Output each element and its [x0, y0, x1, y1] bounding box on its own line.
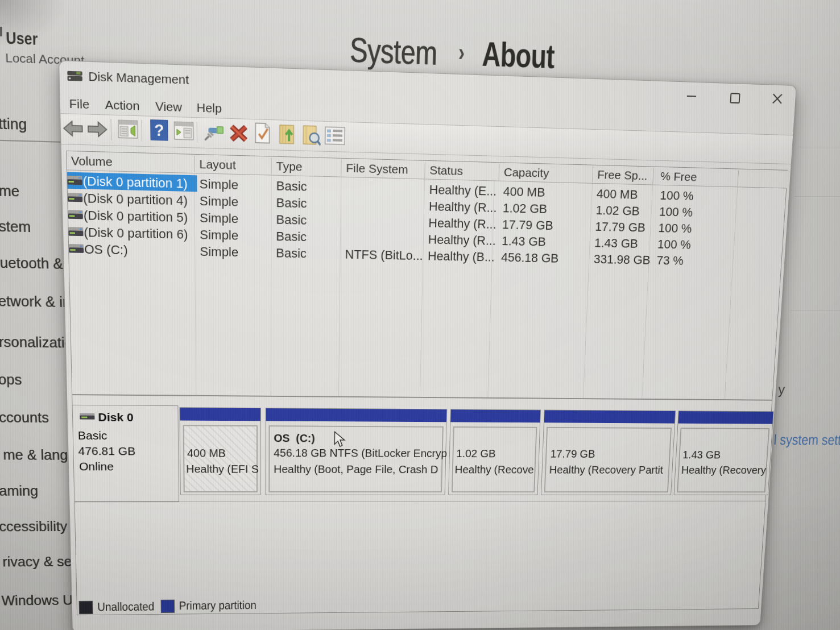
svg-text:?: ?	[154, 121, 164, 139]
